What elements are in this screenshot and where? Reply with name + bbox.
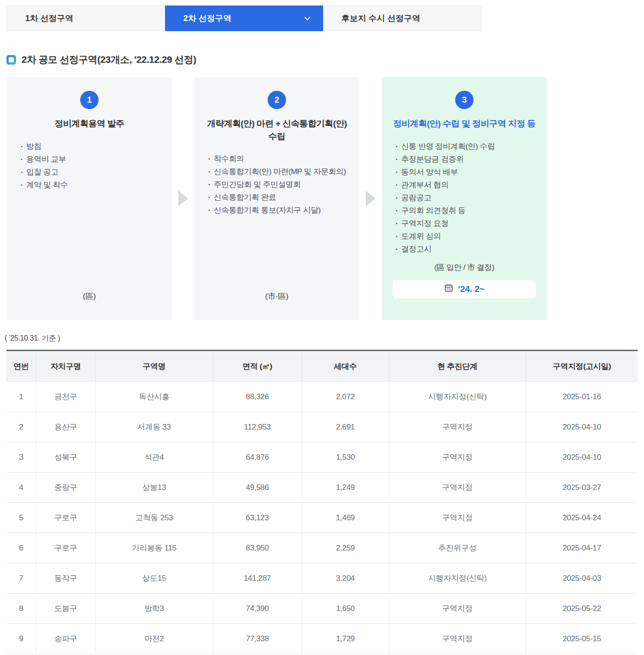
header-cell: 면적 (㎡): [213, 351, 302, 382]
table-cell: 송파구: [36, 624, 95, 654]
card-footer: (區): [7, 291, 172, 302]
table-cell: 금천구: [36, 382, 95, 412]
bullet-item: 신속통합기획 완료: [208, 191, 348, 204]
table-cell: 성북구: [36, 442, 95, 473]
date-badge-label: ’24. 2~: [458, 284, 485, 294]
table-cell: 구역지정: [389, 473, 526, 503]
header-cell: 현 추진단계: [389, 351, 526, 382]
table-body: 1금천구독산시흥88,3262,072시행자지정(신탁)2025-01-162용…: [6, 382, 638, 654]
table-cell: 고척동 253: [95, 503, 213, 533]
step-number-badge: 1: [80, 91, 99, 109]
table-cell: 3: [6, 442, 36, 473]
table-cell: 가리봉동 115: [95, 533, 213, 563]
table-cell: 2: [6, 412, 36, 442]
process-flow: 1정비계획용역 발주방침용역비 교부입찰 공고계약 및 착수(區)2개략계획(안…: [7, 77, 644, 320]
table-row: 8도봉구방학374,3901,650구역지정2025-05-22: [6, 594, 638, 624]
table-row: 9송파구마천277,3381,729구역지정2025-05-15: [6, 624, 638, 654]
table-cell: 방학3: [95, 594, 213, 624]
table-cell: 64,876: [213, 442, 302, 473]
bullet-item: 신통 반영 정비계획(안) 수립: [396, 140, 536, 153]
table-cell: 구로구: [36, 503, 95, 533]
table-cell: 용산구: [36, 412, 95, 442]
table-cell: 63,123: [213, 503, 302, 533]
table-cell: 3,204: [302, 563, 389, 594]
selection-table: 연번자치구명구역명면적 (㎡)세대수현 추진단계구역지정(고시일) 1금천구독산…: [6, 350, 638, 654]
table-cell: 시행자지정(신탁): [389, 563, 526, 594]
bullet-item: 동의서 양식 배부: [396, 166, 536, 179]
bullet-item: 결정고시: [396, 243, 536, 256]
header-cell: 구역명: [95, 351, 213, 382]
table-cell: 도봉구: [36, 594, 95, 624]
table-cell: 83,950: [213, 533, 302, 563]
tab-candidates[interactable]: 후보지 수시 선정구역: [323, 6, 481, 31]
card-bullet-list: 신통 반영 정비계획(안) 수립추정분담금 검증위동의서 양식 배부관계부서 협…: [396, 140, 536, 256]
bullet-item: 구역지정 요청: [396, 217, 536, 230]
bullet-item: 방침: [21, 140, 161, 153]
table-cell: 1,249: [302, 473, 389, 503]
table-cell: 추진위구성: [389, 533, 526, 563]
selection-table-wrapper: 연번자치구명구역명면적 (㎡)세대수현 추진단계구역지정(고시일) 1금천구독산…: [6, 350, 638, 654]
bullet-item: 주민간담회 및 주민설명회: [208, 178, 348, 191]
bullet-item: 계약 및 착수: [21, 179, 161, 192]
as-of-note: ( ’25.10.31. 기준 ): [5, 334, 644, 343]
table-cell: 2025-01-16: [526, 382, 638, 412]
table-cell: 1,650: [302, 594, 389, 624]
section-title: 2차 공모 선정구역(23개소, '22.12.29 선정): [22, 53, 196, 66]
header-cell: 자치구명: [36, 351, 95, 382]
table-cell: 구역지정: [389, 624, 526, 654]
table-cell: 9: [6, 624, 36, 654]
table-cell: 구로구: [36, 533, 95, 563]
process-card-1: 1정비계획용역 발주방침용역비 교부입찰 공고계약 및 착수(區): [7, 77, 172, 320]
table-cell: 서계동 33: [95, 412, 213, 442]
table-cell: 구역지정: [389, 412, 526, 442]
card-title: 개략계획(안) 마련 + 신속통합기획(안) 수립: [205, 117, 348, 143]
card-title: 정비계획(안) 수립 및 정비구역 지정 등: [393, 117, 536, 130]
bullet-item: 용역비 교부: [21, 153, 161, 166]
table-header-row: 연번자치구명구역명면적 (㎡)세대수현 추진단계구역지정(고시일): [6, 351, 638, 382]
tab-round2[interactable]: 2차 선정구역: [165, 6, 323, 31]
table-cell: 시행자지정(신탁): [389, 382, 526, 412]
table-cell: 2025-04-03: [526, 563, 638, 594]
table-cell: 2,691: [302, 412, 389, 442]
arrow-right-icon: [178, 191, 188, 206]
table-cell: 2025-04-10: [526, 412, 638, 442]
table-row: 2용산구서계동 33112,9532,691구역지정2025-04-10: [6, 412, 638, 442]
bullet-item: 추정분담금 검증위: [396, 153, 536, 166]
bullet-item: 도계위 심의: [396, 230, 536, 243]
tab-bar: 1차 선정구역 2차 선정구역 후보지 수시 선정구역: [6, 6, 482, 31]
bullet-item: 신속통합기획(안) 마련(MP 및 자문회의): [208, 165, 348, 178]
table-row: 6구로구가리봉동 11583,9502,259추진위구성2025-04-17: [6, 533, 638, 563]
tab-round1[interactable]: 1차 선정구역: [7, 6, 165, 31]
table-cell: 2025-04-17: [526, 533, 638, 563]
table-cell: 8: [6, 594, 36, 624]
table-cell: 구역지정: [389, 594, 526, 624]
calendar-icon: [444, 283, 453, 295]
table-cell: 구역지정: [389, 442, 526, 473]
table-cell: 1,729: [302, 624, 389, 654]
header-cell: 연번: [6, 351, 36, 382]
table-cell: 2025-03-27: [526, 473, 638, 503]
tab-label: 후보지 수시 선정구역: [341, 13, 420, 24]
table-cell: 1,469: [302, 503, 389, 533]
table-cell: 74,390: [213, 594, 302, 624]
table-cell: 마천2: [95, 624, 213, 654]
table-row: 5구로구고척동 25363,1231,469구역지정2025-04-24: [6, 503, 638, 533]
process-card-3: 3정비계획(안) 수립 및 정비구역 지정 등신통 반영 정비계획(안) 수립추…: [382, 77, 547, 320]
card-title: 정비계획용역 발주: [18, 117, 161, 130]
table-cell: 5: [6, 503, 36, 533]
table-cell: 141,287: [213, 563, 302, 594]
table-cell: 6: [6, 533, 36, 563]
table-row: 3성북구석관464,8761,530구역지정2025-04-10: [6, 442, 638, 473]
table-cell: 상봉13: [95, 473, 213, 503]
card-bullet-list: 착수회의신속통합기획(안) 마련(MP 및 자문회의)주민간담회 및 주민설명회…: [208, 153, 348, 217]
arrow-right-icon: [366, 191, 375, 206]
table-cell: 독산시흥: [95, 382, 213, 412]
table-row: 1금천구독산시흥88,3262,072시행자지정(신탁)2025-01-16: [6, 382, 638, 412]
table-cell: 2025-05-22: [526, 594, 638, 624]
bullet-item: 입찰 공고: [21, 166, 161, 179]
section-heading: 2차 공모 선정구역(23개소, '22.12.29 선정): [6, 53, 644, 66]
bullet-item: 관계부서 협의: [396, 179, 536, 192]
square-bullet-icon: [6, 55, 16, 65]
chevron-down-icon: [304, 15, 310, 21]
table-cell: 석관4: [95, 442, 213, 473]
